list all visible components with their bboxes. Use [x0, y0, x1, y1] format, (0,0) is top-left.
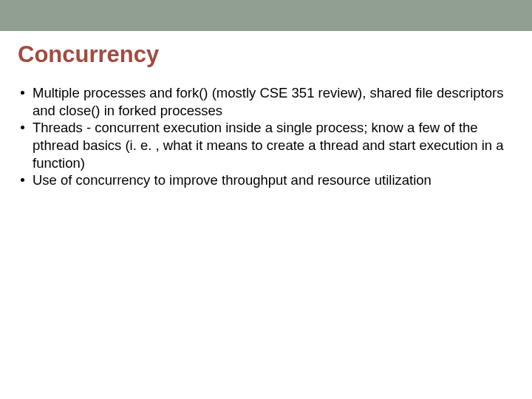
bullet-dot-icon — [21, 91, 24, 95]
list-item: Threads - concurrent execution inside a … — [21, 119, 514, 171]
bullet-dot-icon — [21, 126, 24, 129]
slide-body: Concurrency Multiple processes and fork(… — [0, 31, 532, 189]
list-item-text: Use of concurrency to improve throughput… — [33, 172, 432, 188]
list-item-text: Threads - concurrent execution inside a … — [33, 120, 504, 170]
header-band — [0, 0, 532, 31]
bullet-dot-icon — [21, 178, 24, 182]
list-item: Multiple processes and fork() (mostly CS… — [21, 84, 514, 119]
bullet-list: Multiple processes and fork() (mostly CS… — [18, 84, 514, 189]
list-item-text: Multiple processes and fork() (mostly CS… — [33, 85, 503, 118]
list-item: Use of concurrency to improve throughput… — [21, 171, 514, 189]
slide-title: Concurrency — [18, 41, 514, 68]
